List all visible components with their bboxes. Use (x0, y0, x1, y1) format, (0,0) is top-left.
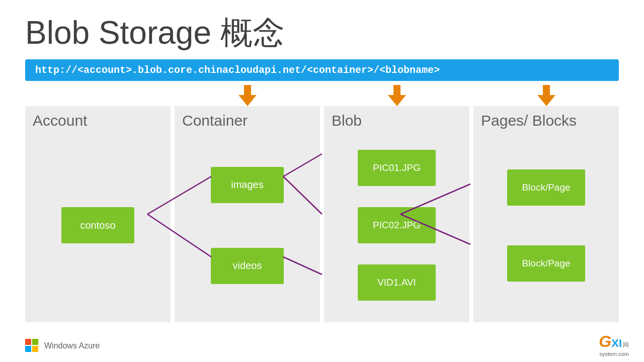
svg-rect-9 (25, 346, 31, 352)
column-pages-blocks: Pages/ Blocks Block/Page Block/Page (473, 106, 619, 322)
column-account: Account contoso (25, 106, 171, 322)
footer: Windows Azure (25, 339, 100, 353)
svg-rect-8 (32, 339, 38, 345)
svg-rect-7 (25, 339, 31, 345)
arrows-row (25, 81, 619, 106)
watermark: G XI 网 system.com (599, 332, 629, 357)
column-container-header: Container (182, 112, 312, 129)
block1-box: Block/Page (507, 169, 585, 206)
svg-rect-10 (32, 346, 38, 352)
arrow-col2 (175, 81, 320, 106)
arrow-col3 (324, 81, 469, 106)
column-blob: Blob PIC01.JPG PIC02.JPG VID1.AVI (324, 106, 469, 322)
page-title: Blob Storage 概念 (25, 15, 619, 50)
arrow-col1 (25, 81, 171, 106)
arrow-col4 (473, 81, 619, 106)
azure-logo-icon (25, 339, 40, 353)
azure-logo-text: Windows Azure (44, 341, 100, 350)
diagram-area: Account contoso Container images videos … (25, 106, 619, 322)
contoso-box: contoso (61, 207, 134, 243)
azure-logo: Windows Azure (25, 339, 100, 353)
column-pages-blocks-header: Pages/ Blocks (481, 112, 611, 129)
watermark-net: 网 (623, 342, 629, 348)
column-blob-header: Blob (332, 112, 462, 129)
slide: Blob Storage 概念 http://<account>.blob.co… (0, 0, 644, 362)
vid1-box: VID1.AVI (358, 264, 436, 301)
pic01-box: PIC01.JPG (358, 150, 436, 186)
url-text: http://<account>.blob.core.chinacloudapi… (35, 64, 440, 76)
pic02-box: PIC02.JPG (358, 207, 436, 243)
column-account-header: Account (33, 112, 163, 129)
watermark-xi: XI (611, 337, 622, 350)
watermark-g: G (599, 332, 611, 351)
watermark-sub: system.com (599, 351, 629, 357)
images-box: images (211, 167, 284, 203)
column-container: Container images videos (175, 106, 320, 322)
url-bar: http://<account>.blob.core.chinacloudapi… (25, 59, 619, 81)
block2-box: Block/Page (507, 245, 585, 282)
videos-box: videos (211, 248, 284, 284)
